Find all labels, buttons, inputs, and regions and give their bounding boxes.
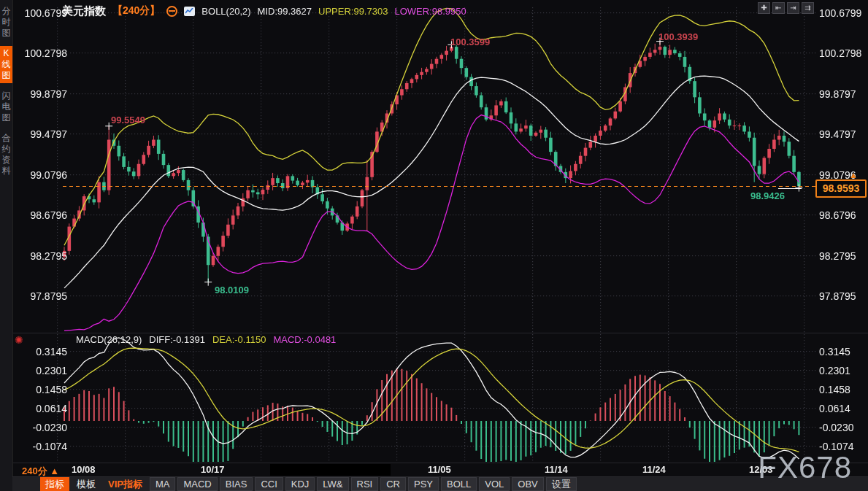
symbol-title: 美元指数 (62, 4, 106, 18)
sidebar-tab[interactable]: 闪电图 (0, 88, 12, 125)
price-axis-label: 99.0796 (15, 169, 67, 181)
price-annotation: 100.3939 (658, 31, 698, 42)
minus-circle-icon[interactable] (166, 6, 177, 17)
price-axis-label: 99.8797 (819, 88, 856, 100)
indicator-settings-icon[interactable]: ✺ (15, 334, 23, 346)
boll-lower-readout: LOWER:98.9950 (394, 6, 466, 17)
current-price-box: 98.9593 (815, 179, 867, 198)
macd-header: MACD(26,12,9) DIFF:-0.1391 DEA:-0.1150 M… (76, 334, 336, 345)
indicator-tab[interactable]: BOLL (441, 477, 477, 491)
boll-mid-readout: MID:99.3627 (258, 6, 312, 17)
price-axis-label: 97.8795 (15, 290, 67, 302)
indicator-tab[interactable]: VOL (479, 477, 510, 491)
indicator-tab[interactable]: KDJ (285, 477, 315, 491)
macd-dea-readout: DEA:-0.1150 (212, 334, 266, 345)
macd-diff-readout: DIFF:-0.1391 (149, 334, 205, 345)
price-axis-label: 99.4797 (15, 128, 67, 140)
indicator-tab[interactable]: PSY (408, 477, 439, 491)
sidebar-tab[interactable]: 分时图 (0, 4, 12, 41)
indicator-tab[interactable]: 设置 (546, 477, 577, 491)
date-axis-label: 11/14 (545, 464, 568, 475)
macd-axis-label: 0.0614 (15, 403, 67, 414)
price-axis-label: 97.8795 (819, 290, 856, 302)
boll-formula-label: BOLL(20,2) (201, 6, 250, 17)
date-axis-label: 11/24 (642, 464, 666, 475)
macd-axis-label: 0.1458 (819, 384, 850, 395)
date-axis-label: 10/08 (72, 464, 96, 475)
price-up-arrow-icon: ▲ (849, 170, 858, 180)
macd-axis-label: 0.3145 (15, 346, 67, 357)
price-annotation: 100.3599 (450, 36, 490, 47)
indicator-toolbar: 指标模板VIP指标MAMACDBIASCCIKDJLW&RSICRPSYBOLL… (12, 476, 868, 491)
chart-header: 美元指数 【240分】 BOLL(20,2) MID:99.3627 UPPER… (62, 4, 466, 18)
candlestick-chart-canvas[interactable] (0, 0, 868, 491)
price-axis-label: 98.2795 (15, 250, 67, 262)
price-annotation: 99.5549 (111, 115, 145, 125)
macd-axis-label: 0.2301 (819, 365, 850, 376)
macd-axis-label: 0.0614 (819, 403, 850, 414)
price-annotation: 98.9426 (750, 190, 785, 201)
indicator-tab[interactable]: 指标 (40, 477, 69, 491)
macd-formula-label: MACD(26,12,9) (76, 334, 142, 345)
price-axis-label: 100.6799 (15, 7, 67, 19)
indicator-tab[interactable]: VIP指标 (103, 477, 147, 491)
price-axis-label: 100.2798 (819, 47, 861, 59)
sidebar-tab[interactable]: 合约资料 (0, 131, 12, 179)
view-button[interactable]: ⇉ (802, 2, 814, 14)
watermark: FX678 (758, 450, 852, 485)
macd-value-readout: MACD:-0.0481 (273, 334, 336, 345)
sidebar-tab[interactable]: K线图 (0, 46, 12, 83)
indicator-tab[interactable]: LW& (317, 477, 348, 491)
macd-axis-label: -0.1074 (15, 441, 67, 452)
price-axis-label: 98.2795 (819, 250, 856, 262)
indicator-tab[interactable]: MA (150, 477, 176, 491)
sidebar-tab-list: 分时图K线图闪电图合约资料 (0, 0, 12, 179)
price-axis-label: 98.6796 (15, 209, 67, 221)
price-axis-label: 100.2798 (15, 47, 67, 59)
macd-axis-label: -0.0230 (819, 422, 853, 433)
indicator-tab[interactable]: 模板 (72, 477, 101, 491)
macd-axis-label: -0.0230 (15, 422, 67, 433)
price-axis-label: 99.8797 (15, 88, 67, 100)
mini-chart-icon[interactable] (184, 7, 195, 16)
view-button[interactable]: ✚ (758, 2, 770, 14)
price-axis-label: 100.6799 (819, 7, 861, 19)
date-axis: 10/0810/1711/0511/1411/2412/03 (0, 463, 868, 476)
view-button[interactable]: ⇤ (772, 2, 785, 14)
macd-axis-label: 0.1458 (15, 384, 67, 395)
period-label: 【240分】 (112, 4, 160, 18)
indicator-tab[interactable]: OBV (512, 477, 543, 491)
view-button[interactable]: ⇥ (787, 2, 799, 14)
view-button-group: ✚⇤⇥⇉ (758, 2, 814, 14)
macd-axis-label: 0.2301 (15, 365, 67, 376)
indicator-tab[interactable]: CCI (255, 477, 283, 491)
price-axis-label: 99.4797 (819, 128, 856, 140)
date-axis-label: 11/05 (428, 464, 451, 475)
boll-upper-readout: UPPER:99.7303 (318, 6, 388, 17)
price-axis-label: 98.6796 (819, 209, 856, 221)
indicator-tab[interactable]: BIAS (220, 477, 253, 491)
price-annotation: 98.0109 (215, 285, 249, 295)
indicator-tab[interactable]: MACD (177, 477, 217, 491)
indicator-tab[interactable]: RSI (351, 477, 379, 491)
sidebar: 分时图K线图闪电图合约资料 (0, 0, 13, 491)
macd-axis-label: 0.3145 (819, 346, 850, 357)
chart-application-window: 分时图K线图闪电图合约资料 美元指数 【240分】 BOLL(20,2) MID… (0, 0, 868, 491)
indicator-tab[interactable]: CR (380, 477, 406, 491)
date-axis-label: 10/17 (201, 464, 225, 475)
